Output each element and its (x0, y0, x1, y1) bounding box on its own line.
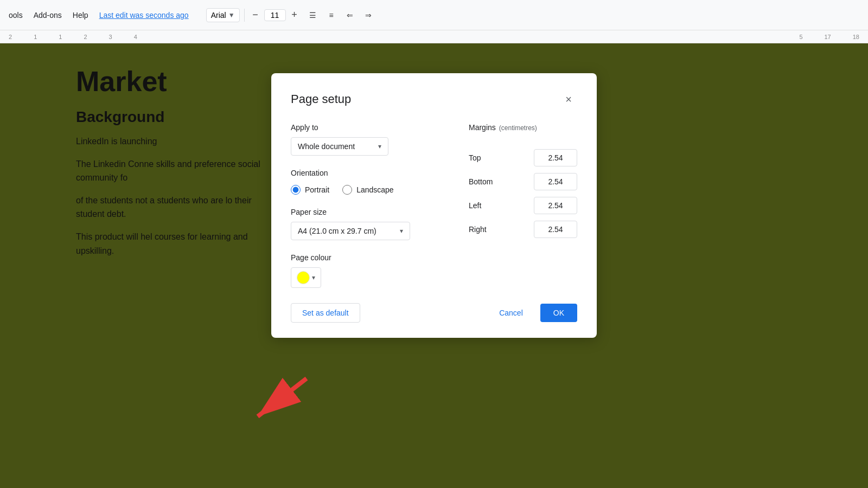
separator (244, 9, 245, 22)
margins-label: Margins (469, 123, 496, 132)
dialog-right-col: Margins (centimetres) Top Bottom Left (469, 123, 577, 288)
margins-unit: (centimetres) (499, 124, 537, 132)
orientation-label: Orientation (291, 169, 436, 177)
menu-bar: ools Add-ons Help Last edit was seconds … (9, 11, 189, 20)
formatting-toolbar: Arial ▼ − + ☰ ≡ ⇐ ⇒ (206, 8, 376, 23)
margin-bottom-input[interactable] (534, 173, 577, 190)
apply-to-dropdown[interactable]: Whole document ▾ (291, 137, 388, 156)
font-size-input[interactable] (264, 9, 286, 21)
ruler: 2 1 1 2 3 4 5 17 18 (0, 30, 868, 43)
margin-right-label: Right (469, 225, 496, 234)
apply-to-label: Apply to (291, 123, 436, 132)
colour-dropdown-icon: ▾ (312, 274, 315, 281)
portrait-radio[interactable] (291, 185, 301, 195)
ruler-mark: 5 (799, 34, 802, 40)
ruler-mark: 3 (109, 34, 112, 40)
menu-tools[interactable]: ools (9, 11, 23, 20)
apply-to-dropdown-icon: ▾ (378, 143, 381, 150)
font-name-label: Arial (211, 11, 226, 20)
dialog-header: Page setup × (291, 91, 577, 108)
dialog-close-button[interactable]: × (560, 91, 577, 108)
portrait-option[interactable]: Portrait (291, 185, 329, 195)
app-background: ools Add-ons Help Last edit was seconds … (0, 0, 868, 488)
ok-button[interactable]: OK (540, 304, 577, 322)
font-size-increase-button[interactable]: + (288, 9, 301, 22)
set-as-default-button[interactable]: Set as default (291, 303, 360, 323)
font-size-decrease-button[interactable]: − (249, 9, 262, 22)
apply-to-value: Whole document (298, 142, 355, 151)
indent-decrease-icon[interactable]: ⇐ (342, 8, 358, 23)
margin-bottom-label: Bottom (469, 177, 496, 186)
ruler-mark: 2 (84, 34, 87, 40)
margin-left-input[interactable] (534, 197, 577, 214)
ruler-mark: 18 (853, 34, 859, 40)
margin-left-label: Left (469, 201, 496, 210)
margin-top-input[interactable] (534, 149, 577, 166)
landscape-radio[interactable] (342, 185, 352, 195)
ruler-mark: 1 (34, 34, 37, 40)
ruler-mark: 4 (134, 34, 137, 40)
margin-top-label: Top (469, 153, 496, 162)
paper-size-dropdown-icon: ▾ (400, 227, 403, 235)
portrait-label: Portrait (305, 185, 329, 194)
menu-help[interactable]: Help (73, 11, 88, 20)
last-edit-label: Last edit was seconds ago (99, 11, 189, 20)
landscape-option[interactable]: Landscape (342, 185, 394, 195)
ruler-mark: 2 (9, 34, 12, 40)
paper-size-value: A4 (21.0 cm x 29.7 cm) (298, 227, 376, 235)
page-setup-dialog: Page setup × Apply to Whole document ▾ O… (271, 73, 597, 338)
dialog-title: Page setup (291, 92, 351, 106)
indent-increase-icon[interactable]: ⇒ (361, 8, 376, 23)
paper-size-label: Paper size (291, 208, 436, 216)
margin-top-row: Top (469, 149, 577, 166)
document-area: Market Background LinkedIn is launching … (0, 43, 868, 488)
landscape-label: Landscape (356, 185, 394, 194)
menu-addons[interactable]: Add-ons (34, 11, 62, 20)
dialog-footer: Set as default Cancel OK (291, 303, 577, 323)
page-colour-swatch (297, 271, 310, 284)
font-selector[interactable]: Arial ▼ (206, 8, 240, 22)
paper-size-dropdown[interactable]: A4 (21.0 cm x 29.7 cm) ▾ (291, 222, 410, 240)
orientation-radio-group: Portrait Landscape (291, 185, 436, 195)
margin-bottom-row: Bottom (469, 173, 577, 190)
page-colour-button[interactable]: ▾ (291, 267, 321, 288)
dialog-body: Apply to Whole document ▾ Orientation Po… (291, 123, 577, 288)
list-ordered-icon[interactable]: ☰ (305, 8, 321, 23)
page-colour-label: Page colour (291, 253, 436, 262)
margin-left-row: Left (469, 197, 577, 214)
format-icons: ☰ ≡ ⇐ ⇒ (305, 8, 376, 23)
font-dropdown-icon: ▼ (228, 11, 235, 19)
list-unordered-icon[interactable]: ≡ (324, 8, 339, 23)
cancel-button[interactable]: Cancel (488, 304, 534, 322)
toolbar: ools Add-ons Help Last edit was seconds … (0, 0, 868, 30)
ruler-mark: 1 (59, 34, 62, 40)
margin-right-input[interactable] (534, 221, 577, 238)
ruler-mark: 17 (825, 34, 831, 40)
margin-right-row: Right (469, 221, 577, 238)
font-size-control: − + (249, 9, 301, 22)
dialog-left-col: Apply to Whole document ▾ Orientation Po… (291, 123, 436, 288)
page-colour-row: ▾ (291, 267, 436, 288)
